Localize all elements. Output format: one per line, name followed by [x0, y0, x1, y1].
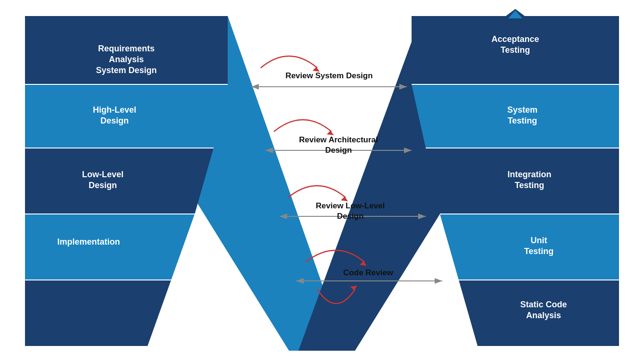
left-label-1: High-Level: [93, 105, 136, 115]
left-s3-bg: [25, 214, 195, 280]
right-label-4b: Analysis: [526, 311, 561, 320]
loop-2: [288, 186, 346, 197]
loop-arrow-1: [327, 131, 334, 135]
center-label-2b: Design: [337, 212, 364, 221]
left-label-1b: Design: [100, 116, 129, 125]
right-label-2: Integration: [508, 170, 552, 179]
left-s2-bg: [25, 148, 214, 214]
loop-arrow-2: [341, 197, 348, 201]
right-label-1: System: [507, 105, 537, 115]
left-label-0b: Analysis: [109, 55, 144, 64]
center-label-1: Review Architectural: [299, 135, 378, 144]
center-label-1b: Design: [325, 146, 352, 155]
right-label-4: Static Code: [520, 300, 567, 309]
right-label-0: Acceptance: [491, 34, 539, 44]
right-label-0b: Testing: [501, 45, 530, 55]
right-label-2b: Testing: [515, 181, 545, 190]
left-bottom-bg: [25, 280, 171, 346]
left-label-2: Low-Level: [82, 170, 124, 179]
center-label-3: Code Review: [343, 268, 394, 277]
right-label-1b: Testing: [508, 116, 537, 125]
loop-0: [261, 56, 317, 68]
left-label-0c: System Design: [96, 66, 157, 75]
loop-1: [274, 120, 331, 132]
center-label-2: Review Low-Level: [316, 201, 385, 210]
center-label-0: Review System Design: [285, 71, 372, 80]
v-model-diagram: Requirements Analysis System Design High…: [16, 7, 628, 355]
left-label-2b: Design: [89, 181, 117, 190]
right-label-3b: Testing: [524, 247, 554, 256]
left-label-3: Implementation: [57, 237, 120, 247]
left-label-0: Requirements: [98, 44, 155, 53]
right-label-3: Unit: [531, 236, 547, 245]
